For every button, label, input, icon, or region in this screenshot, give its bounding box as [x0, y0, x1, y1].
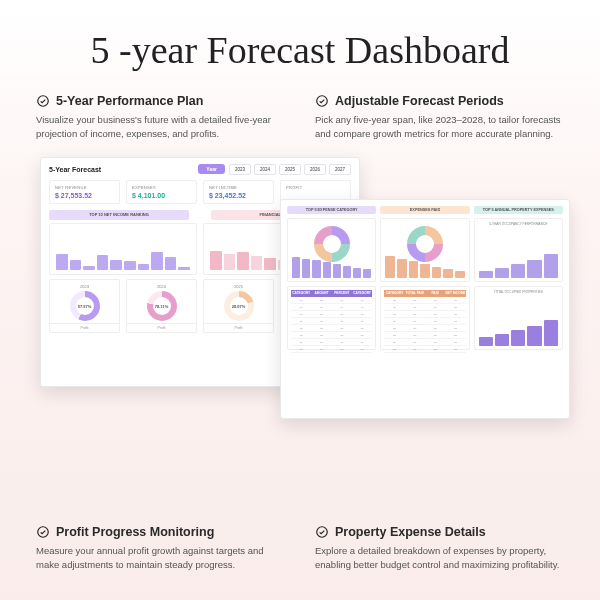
- year-tab-2023[interactable]: 2023: [229, 164, 251, 175]
- check-circle-icon: [315, 525, 329, 539]
- bar: [124, 261, 136, 269]
- page-title: 5 -year Forecast Dashboard: [0, 0, 600, 94]
- svg-point-2: [38, 527, 49, 538]
- table-category-breakdown: CATEGORYAMOUNTPERCENTCATEGORY ——————————…: [287, 286, 376, 350]
- year-selector-button[interactable]: Year: [198, 164, 225, 174]
- section-header-expense-category: TOP 5 EXPENSE CATEGORY: [287, 206, 376, 214]
- feature-row-top: 5-Year Performance Plan Visualize your b…: [0, 94, 600, 141]
- kpi-card: NET REVENUE$ 27,553.52: [49, 180, 120, 204]
- profit-ring-2024: 202478.11%Profit: [126, 279, 197, 333]
- feature-adjustable-periods: Adjustable Forecast Periods Pick any fiv…: [315, 94, 564, 141]
- bar: [83, 266, 95, 270]
- dashboard-title: 5-Year Forecast: [49, 166, 101, 173]
- feature-profit-monitoring: Profit Progress Monitoring Measure your …: [36, 525, 285, 572]
- bar: [70, 260, 82, 270]
- feature-performance-plan: 5-Year Performance Plan Visualize your b…: [36, 94, 285, 141]
- feature-body: Pick any five-year span, like 2023–2028,…: [315, 113, 564, 141]
- year-tab-2027[interactable]: 2027: [329, 164, 351, 175]
- dashboard-analytics-card: TOP 5 EXPENSE CATEGORY EXPENSES PAID TOP…: [280, 199, 570, 419]
- check-circle-icon: [36, 94, 50, 108]
- chart-total-occupied: TOTAL OCCUPIED PROPERTIES: [474, 286, 563, 350]
- svg-point-1: [317, 96, 328, 107]
- bar: [151, 252, 163, 269]
- chart-expenses-paid-donut: [380, 218, 469, 282]
- chart-expense-donut: [287, 218, 376, 282]
- kpi-card: EXPENSES$ 4,101.00: [126, 180, 197, 204]
- svg-point-3: [317, 527, 328, 538]
- feature-heading: Profit Progress Monitoring: [56, 525, 214, 539]
- bar: [97, 255, 109, 269]
- feature-body: Visualize your business's future with a …: [36, 113, 285, 141]
- feature-body: Measure your annual profit growth agains…: [36, 544, 285, 572]
- feature-heading: Property Expense Details: [335, 525, 486, 539]
- bar: [56, 254, 68, 270]
- feature-heading: Adjustable Forecast Periods: [335, 94, 504, 108]
- year-tab-2026[interactable]: 2026: [304, 164, 326, 175]
- section-header-expenses-paid: EXPENSES PAID: [380, 206, 469, 214]
- feature-row-bottom: Profit Progress Monitoring Measure your …: [0, 525, 600, 572]
- kpi-card: NET INCOME$ 23,452.52: [203, 180, 274, 204]
- dashboard-stage: 5-Year Forecast Year 2023202420252026202…: [0, 153, 600, 463]
- section-header-ranking: TOP 10 NET INCOME RANKING: [49, 210, 189, 220]
- profit-ring-2023: 202357.57%Profit: [49, 279, 120, 333]
- svg-point-0: [38, 96, 49, 107]
- year-tab-2025[interactable]: 2025: [279, 164, 301, 175]
- feature-body: Explore a detailed breakdown of expenses…: [315, 544, 564, 572]
- check-circle-icon: [36, 525, 50, 539]
- table-paid-breakdown: CATEGORYTOTAL PAIDPAIDNET INCOME ———————…: [380, 286, 469, 350]
- chart-occupancy-performance: 5-YEAR OCCUPANCY PERFORMANCE: [474, 218, 563, 282]
- bar: [178, 267, 190, 270]
- chart-net-income-ranking: [49, 223, 197, 275]
- profit-ring-2025: 202520.07%Profit: [203, 279, 274, 333]
- feature-expense-details: Property Expense Details Explore a detai…: [315, 525, 564, 572]
- bar: [110, 260, 122, 269]
- check-circle-icon: [315, 94, 329, 108]
- year-tab-2024[interactable]: 2024: [254, 164, 276, 175]
- bar: [165, 257, 177, 269]
- bar: [138, 264, 150, 269]
- feature-heading: 5-Year Performance Plan: [56, 94, 203, 108]
- section-header-property-expenses: TOP 5 ANNUAL PROPERTY EXPENSES: [474, 206, 563, 214]
